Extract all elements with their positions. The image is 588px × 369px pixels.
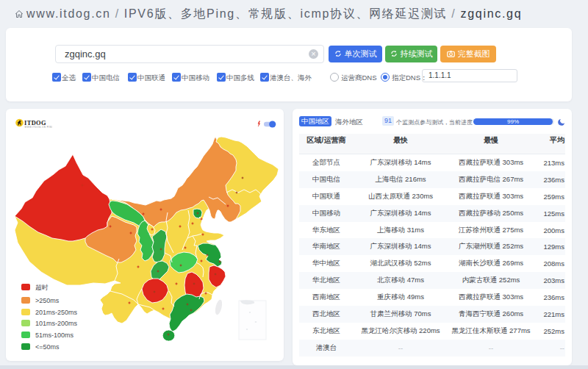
svg-text:WWW.ITDOG.CN PING TOOL: WWW.ITDOG.CN PING TOOL xyxy=(25,126,53,129)
